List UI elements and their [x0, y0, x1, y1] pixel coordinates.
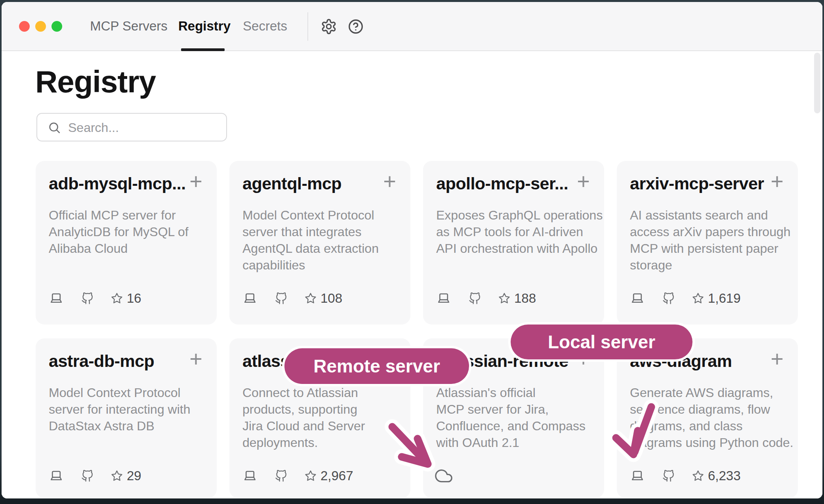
star-count: 6,233	[708, 468, 741, 483]
card-description: Model Context Protocol server for intera…	[49, 384, 190, 434]
desktop-background: { "window": { "traffic_lights": { "close…	[0, 0, 824, 504]
tab-mcp-servers[interactable]: MCP Servers	[90, 2, 168, 50]
search-input[interactable]	[67, 114, 219, 141]
laptop-icon	[242, 469, 258, 483]
laptop-icon	[49, 291, 64, 305]
gear-icon	[320, 18, 337, 35]
help-icon	[347, 18, 364, 35]
card-description: Exposes GraphQL operations as MCP tools …	[436, 207, 603, 257]
callout-local-server: Local server	[511, 325, 692, 359]
star-icon	[692, 470, 704, 482]
laptop-icon	[630, 291, 645, 305]
traffic-light-close-button[interactable]	[19, 21, 30, 32]
settings-button[interactable]	[318, 15, 340, 38]
star-icon	[692, 292, 704, 304]
star-count: 16	[127, 291, 141, 306]
search-icon	[48, 121, 61, 134]
card-description: Official MCP server for AnalyticDB for M…	[49, 207, 189, 257]
card-description: Model Context Protocol server that integ…	[242, 207, 379, 273]
card-title: apollo-mcp-ser...	[436, 174, 568, 193]
callout-remote-server: Remote server	[284, 348, 469, 384]
search-box	[36, 113, 227, 141]
card-footer: 16	[49, 290, 141, 306]
callout-local-label: Local server	[548, 331, 655, 353]
star-icon	[305, 470, 317, 482]
card-footer: 2,967	[242, 468, 353, 484]
laptop-icon	[630, 469, 645, 483]
star-count: 188	[514, 291, 536, 306]
add-server-button[interactable]: +	[383, 170, 396, 193]
card-footer: 6,233	[630, 468, 741, 484]
card-description: AI assistants search and access arXiv pa…	[630, 207, 791, 273]
titlebar: MCP Servers Registry Secrets	[2, 2, 822, 51]
github-icon	[81, 292, 93, 305]
star-icon	[498, 292, 510, 304]
github-icon	[275, 292, 287, 305]
server-card-astra-db[interactable]: astra-db-mcp + Model Context Protocol se…	[36, 338, 217, 498]
laptop-icon	[49, 469, 64, 483]
traffic-light-zoom-button[interactable]	[52, 21, 62, 32]
add-server-button[interactable]: +	[771, 347, 784, 371]
card-footer: 29	[49, 468, 141, 484]
star-count: 29	[127, 468, 141, 483]
app-window: MCP Servers Registry Secrets Registry	[2, 2, 822, 498]
card-footer	[436, 468, 453, 484]
laptop-icon	[436, 291, 451, 305]
star-icon	[111, 470, 123, 482]
laptop-icon	[242, 291, 258, 305]
github-icon	[275, 470, 287, 482]
server-card-agentql[interactable]: agentql-mcp + Model Context Protocol ser…	[229, 161, 410, 325]
page-title: Registry	[35, 64, 156, 100]
github-icon	[662, 470, 675, 482]
scrollbar-thumb[interactable]	[814, 53, 820, 113]
active-tab-indicator	[181, 48, 225, 51]
help-button[interactable]	[345, 15, 367, 38]
tab-registry[interactable]: Registry	[176, 2, 233, 50]
card-description: Atlassian's official MCP server for Jira…	[436, 384, 586, 451]
server-card-apollo[interactable]: apollo-mcp-ser... + Exposes GraphQL oper…	[423, 161, 604, 325]
server-card-arxiv[interactable]: arxiv-mcp-server + AI assistants search …	[617, 161, 798, 325]
card-title: adb-mysql-mcp...	[49, 174, 186, 193]
star-count: 1,619	[708, 291, 741, 306]
card-footer: 1,619	[630, 290, 741, 306]
github-icon	[662, 292, 675, 305]
star-icon	[305, 292, 317, 304]
github-icon	[469, 292, 481, 305]
add-server-button[interactable]: +	[771, 170, 784, 193]
card-title: arxiv-mcp-server	[630, 174, 764, 193]
server-card-aws-diagram[interactable]: aws-diagram + Generate AWS diagrams, seq…	[617, 338, 798, 498]
add-server-button[interactable]: +	[577, 170, 590, 193]
card-description: Connect to Atlassian products, supportin…	[242, 384, 365, 451]
star-count: 108	[320, 291, 342, 306]
tab-secrets[interactable]: Secrets	[238, 2, 292, 50]
cloud-icon	[434, 467, 453, 485]
card-footer: 108	[242, 290, 342, 306]
add-server-button[interactable]: +	[189, 347, 202, 371]
traffic-light-minimize-button[interactable]	[35, 21, 46, 32]
toolbar-divider	[307, 12, 308, 41]
github-icon	[81, 470, 93, 482]
star-icon	[111, 292, 123, 304]
card-description: Generate AWS diagrams, sequence diagrams…	[630, 384, 793, 451]
star-count: 2,967	[320, 468, 353, 483]
callout-remote-label: Remote server	[313, 355, 440, 377]
registry-page: Registry adb-mysql-mcp... + Official MCP…	[2, 51, 822, 498]
card-title: astra-db-mcp	[49, 351, 154, 371]
card-footer: 188	[436, 290, 536, 306]
server-card-adb-mysql[interactable]: adb-mysql-mcp... + Official MCP server f…	[36, 161, 217, 325]
add-server-button[interactable]: +	[189, 170, 202, 193]
card-title: agentql-mcp	[242, 174, 341, 193]
